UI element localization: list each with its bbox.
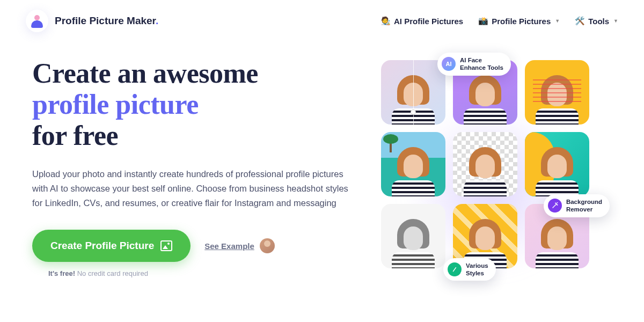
headline-line: for free xyxy=(32,120,118,151)
brand[interactable]: Profile Picture Maker. xyxy=(26,10,158,32)
ai-badge-icon: AI xyxy=(442,57,456,71)
cta-label: Create Profile Picture xyxy=(50,240,154,252)
callout-text: BackgroundRemover xyxy=(566,198,602,214)
header: Profile Picture Maker. 🧑‍🎨 AI Profile Pi… xyxy=(0,0,644,42)
hero-description: Upload your photo and instantly create h… xyxy=(32,167,349,211)
gallery-tile-teal-shape xyxy=(525,132,589,196)
tools-emoji-icon: 🛠️ xyxy=(575,16,585,26)
chevron-down-icon: ▼ xyxy=(613,18,618,24)
nav-profile-pictures[interactable]: 📸 Profile Pictures ▼ xyxy=(478,16,560,26)
cta-row: Create Profile Picture See Example xyxy=(32,230,365,262)
style-grid xyxy=(381,60,606,268)
artist-emoji-icon: 🧑‍🎨 xyxy=(380,16,391,26)
gallery-tile-split-compare xyxy=(381,60,445,125)
cta-subnote: It's free! No credit card required xyxy=(32,269,365,277)
nav-label: AI Profile Pictures xyxy=(394,17,463,26)
nav-ai-profile-pictures[interactable]: 🧑‍🎨 AI Profile Pictures xyxy=(380,16,463,26)
gallery-tile-transparent xyxy=(453,132,517,196)
callout-various-styles: VariousStyles xyxy=(443,258,496,281)
wand-icon xyxy=(548,199,562,213)
camera-emoji-icon: 📸 xyxy=(478,16,488,26)
gallery-tile-beach xyxy=(381,132,445,196)
main-nav: 🧑‍🎨 AI Profile Pictures 📸 Profile Pictur… xyxy=(380,16,618,26)
headline-accent: profile picture xyxy=(32,89,199,120)
callout-background-remover: BackgroundRemover xyxy=(544,194,610,217)
headline: Create an awesome profile picture for fr… xyxy=(32,58,365,152)
hero-gallery: AI AI FaceEnhance Tools BackgroundRemove… xyxy=(381,58,606,277)
logo-icon xyxy=(26,10,48,32)
nav-label: Tools xyxy=(588,17,609,26)
callout-text: AI FaceEnhance Tools xyxy=(460,56,503,72)
gallery-tile-yellow-glitch xyxy=(525,60,589,125)
brush-icon xyxy=(448,262,462,276)
example-avatar-icon xyxy=(260,238,275,253)
callout-text: VariousStyles xyxy=(466,262,488,277)
nav-tools[interactable]: 🛠️ Tools ▼ xyxy=(575,16,618,26)
nav-label: Profile Pictures xyxy=(492,17,551,26)
chevron-down-icon: ▼ xyxy=(555,18,560,24)
see-example: See Example xyxy=(204,238,275,253)
brand-name: Profile Picture Maker. xyxy=(55,15,158,27)
image-icon xyxy=(160,240,172,251)
callout-ai-face-enhance: AI AI FaceEnhance Tools xyxy=(437,53,511,76)
headline-line: Create an awesome xyxy=(32,58,258,89)
create-profile-picture-button[interactable]: Create Profile Picture xyxy=(32,230,191,262)
hero-text: Create an awesome profile picture for fr… xyxy=(32,58,365,277)
see-example-link[interactable]: See Example xyxy=(204,241,254,251)
main: Create an awesome profile picture for fr… xyxy=(0,42,644,277)
gallery-tile-grayscale xyxy=(381,204,445,268)
